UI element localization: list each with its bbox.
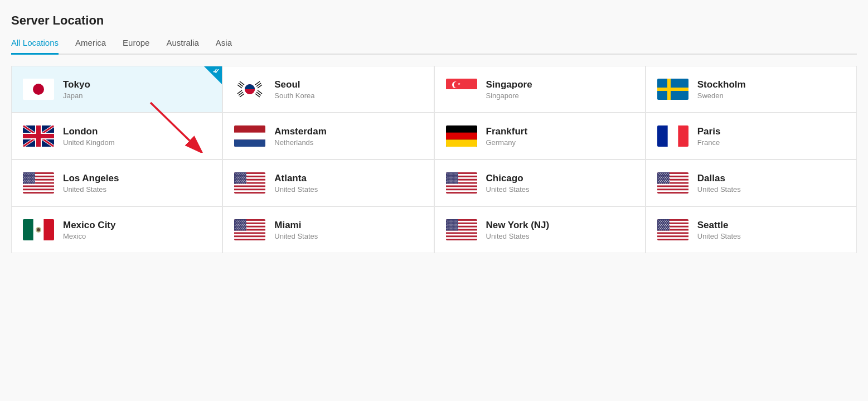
svg-point-97 bbox=[31, 183, 31, 183]
svg-point-177 bbox=[453, 175, 454, 175]
svg-point-454 bbox=[660, 231, 660, 231]
flag-fr bbox=[657, 125, 688, 147]
location-card-singapore[interactable]: SingaporeSingapore bbox=[434, 66, 646, 113]
flag-us bbox=[234, 219, 265, 240]
svg-point-382 bbox=[457, 227, 458, 228]
svg-point-305 bbox=[243, 223, 244, 223]
svg-point-327 bbox=[239, 228, 240, 229]
location-card-london[interactable]: LondonUnited Kingdom bbox=[11, 113, 222, 160]
svg-rect-166 bbox=[446, 190, 477, 192]
svg-point-358 bbox=[457, 221, 458, 222]
location-card-chicago[interactable]: ChicagoUnited States bbox=[434, 160, 646, 206]
location-card-atlanta[interactable]: AtlantaUnited States bbox=[222, 160, 434, 206]
svg-point-348 bbox=[448, 220, 449, 220]
svg-point-70 bbox=[25, 177, 25, 178]
location-card-seoul[interactable]: SeoulSouth Korea bbox=[222, 66, 434, 113]
svg-point-127 bbox=[245, 176, 245, 176]
location-card-new-york[interactable]: New York (NJ)United States bbox=[434, 206, 646, 253]
svg-rect-225 bbox=[657, 172, 670, 184]
svg-point-68 bbox=[32, 176, 32, 176]
svg-point-271 bbox=[665, 183, 665, 183]
svg-point-168 bbox=[447, 173, 447, 173]
country-name: France bbox=[697, 138, 721, 147]
svg-point-216 bbox=[447, 184, 447, 185]
svg-point-430 bbox=[660, 225, 660, 226]
svg-point-378 bbox=[449, 227, 450, 228]
svg-point-81 bbox=[33, 178, 34, 179]
svg-point-444 bbox=[664, 228, 665, 229]
svg-rect-164 bbox=[446, 184, 477, 186]
svg-point-72 bbox=[28, 177, 29, 178]
svg-point-141 bbox=[238, 180, 239, 181]
svg-point-236 bbox=[667, 175, 667, 175]
svg-point-62 bbox=[32, 175, 33, 175]
location-card-miami[interactable]: MiamiUnited States bbox=[222, 206, 434, 253]
svg-point-99 bbox=[35, 183, 35, 183]
svg-point-57 bbox=[33, 173, 34, 173]
svg-point-436 bbox=[661, 227, 661, 228]
svg-point-256 bbox=[659, 180, 660, 181]
svg-point-411 bbox=[659, 221, 660, 222]
location-card-stockholm[interactable]: StockholmSweden bbox=[646, 66, 857, 113]
svg-point-243 bbox=[668, 176, 668, 176]
city-name: Seattle bbox=[697, 220, 741, 231]
svg-point-259 bbox=[665, 180, 665, 181]
svg-point-389 bbox=[447, 230, 448, 230]
svg-point-129 bbox=[238, 177, 239, 178]
svg-point-395 bbox=[447, 231, 447, 231]
svg-point-115 bbox=[245, 173, 245, 173]
svg-rect-343 bbox=[446, 231, 477, 233]
location-card-seattle[interactable]: SeattleUnited States bbox=[646, 206, 857, 253]
location-card-paris[interactable]: ParisFrance bbox=[646, 113, 857, 160]
svg-point-349 bbox=[450, 220, 451, 220]
svg-rect-403 bbox=[657, 237, 688, 239]
tab-europe[interactable]: Europe bbox=[123, 38, 149, 54]
location-card-mexico-city[interactable]: Mexico CityMexico bbox=[11, 206, 222, 253]
svg-point-117 bbox=[238, 175, 239, 175]
location-card-frankfurt[interactable]: FrankfurtGermany bbox=[434, 113, 646, 160]
svg-point-139 bbox=[245, 178, 245, 179]
city-name: Chicago bbox=[486, 173, 530, 184]
svg-point-414 bbox=[665, 221, 665, 222]
svg-point-91 bbox=[30, 181, 30, 182]
city-name: Paris bbox=[697, 126, 721, 137]
svg-point-56 bbox=[32, 173, 32, 173]
location-card-los-angeles[interactable]: Los AngelesUnited States bbox=[11, 160, 222, 206]
svg-point-424 bbox=[661, 224, 661, 225]
svg-point-231 bbox=[668, 173, 668, 173]
svg-point-248 bbox=[667, 177, 667, 178]
svg-point-280 bbox=[37, 228, 40, 231]
location-card-dallas[interactable]: DallasUnited States bbox=[646, 160, 857, 206]
svg-rect-42 bbox=[657, 125, 668, 147]
svg-point-140 bbox=[236, 180, 236, 181]
svg-point-319 bbox=[236, 227, 236, 228]
svg-rect-402 bbox=[657, 234, 688, 235]
tab-america[interactable]: America bbox=[75, 38, 106, 54]
svg-point-441 bbox=[658, 228, 658, 229]
svg-point-370 bbox=[457, 224, 458, 225]
svg-point-230 bbox=[666, 173, 666, 173]
svg-point-138 bbox=[243, 178, 244, 179]
svg-point-295 bbox=[236, 221, 236, 222]
svg-point-67 bbox=[30, 176, 30, 176]
svg-point-119 bbox=[242, 175, 243, 175]
svg-point-111 bbox=[237, 173, 237, 173]
tab-asia[interactable]: Asia bbox=[216, 38, 232, 54]
tab-all-locations[interactable]: All Locations bbox=[11, 38, 59, 55]
svg-point-200 bbox=[452, 180, 452, 181]
flag-gb bbox=[23, 125, 54, 147]
svg-point-143 bbox=[242, 180, 243, 181]
location-card-tokyo[interactable]: ✓ TokyoJapan bbox=[11, 66, 222, 113]
svg-point-237 bbox=[669, 175, 670, 175]
svg-point-293 bbox=[243, 220, 244, 220]
svg-point-431 bbox=[662, 225, 662, 226]
svg-point-443 bbox=[662, 228, 662, 229]
location-card-amsterdam[interactable]: AmsterdamNetherlands bbox=[222, 113, 434, 160]
svg-point-73 bbox=[31, 177, 31, 178]
svg-point-238 bbox=[658, 176, 658, 176]
svg-rect-36 bbox=[234, 133, 265, 140]
svg-point-270 bbox=[663, 183, 663, 183]
svg-point-380 bbox=[453, 227, 454, 228]
tab-australia[interactable]: Australia bbox=[166, 38, 198, 54]
svg-point-203 bbox=[457, 180, 458, 181]
